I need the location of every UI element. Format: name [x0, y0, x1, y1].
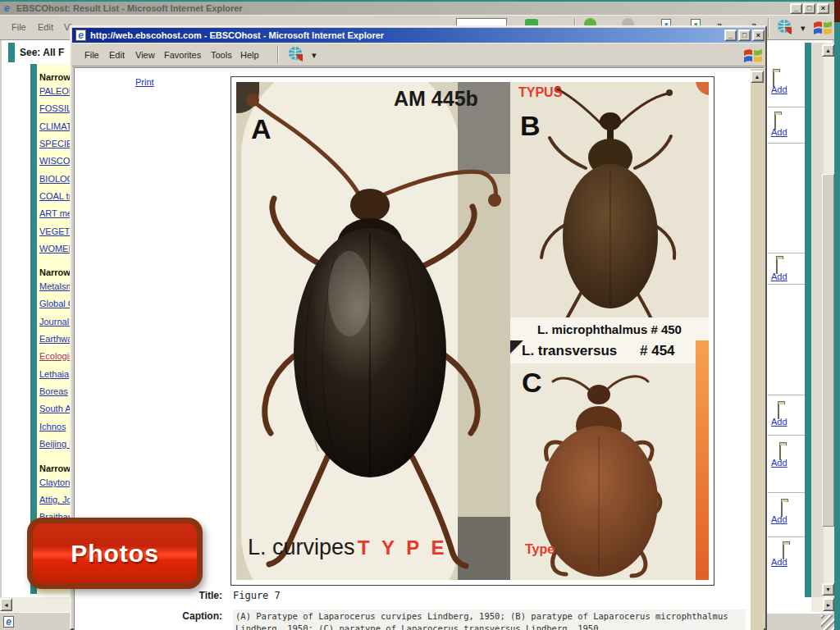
photos-button[interactable]: Photos [27, 518, 203, 589]
right-rail-accent-bar [805, 43, 811, 597]
add-to-folder-link[interactable]: Add [771, 127, 788, 137]
panel-a-letter: A [251, 113, 272, 145]
outer-menu-file[interactable]: File [11, 22, 26, 32]
row-separator [768, 395, 805, 395]
popup-close-button[interactable]: × [752, 30, 765, 41]
windows-logo-icon [813, 18, 833, 38]
sidebar-link-lethaia[interactable]: Lethaia [39, 369, 69, 379]
print-link[interactable]: Print [135, 77, 154, 87]
typus-label: TYPUS [518, 85, 562, 100]
see-header-accent [8, 43, 15, 62]
scroll-up-button[interactable]: ▲ [822, 44, 834, 57]
windows-logo-icon [743, 46, 763, 66]
photos-button-label: Photos [71, 540, 159, 568]
figure-panel-a: A AM 445b L. curvipes T Y P E [236, 82, 510, 580]
scroll-left-button[interactable]: ◄ [0, 598, 12, 611]
caption-label: Caption: [153, 610, 222, 622]
ie-page-icon: e [3, 616, 14, 628]
popup-titlebar[interactable]: e http://web.ebscohost.com - EBSCOhost -… [72, 28, 765, 43]
species-b-label: L. microphthalmus # 450 [537, 322, 682, 336]
add-to-folder-link[interactable]: Add [771, 514, 788, 524]
outer-menu-edit[interactable]: Edit [38, 22, 53, 32]
beetle-a-image [236, 82, 510, 580]
panel-b-letter: B [520, 110, 541, 142]
species-a-label: L. curvipes [248, 535, 355, 560]
menu-help[interactable]: Help [240, 50, 259, 60]
figure-collage: A AM 445b L. curvipes T Y P E [236, 82, 709, 580]
add-to-folder-link[interactable]: Add [771, 417, 788, 427]
outer-statusbar: e [0, 612, 70, 630]
row-separator [768, 492, 805, 493]
outer-window-title: EBSCOhost: Result List - Microsoft Inter… [16, 2, 243, 15]
popup-minimize-button[interactable]: _ [724, 30, 737, 41]
figure-panel-b: TYPUS B L. microphthalmus # 450 [510, 82, 709, 340]
figure-panel-c: L. transversus # 454 [510, 340, 709, 580]
sidebar-link-boreas[interactable]: Boreas [39, 386, 68, 396]
orange-stripe [696, 340, 709, 580]
scrollbar-thumb[interactable] [822, 174, 834, 527]
specimen-c-number: # 454 [640, 343, 675, 359]
adobe-pdf-icon[interactable] [776, 19, 794, 37]
menu-favorites[interactable]: Favorites [164, 50, 201, 60]
caption-value: (A) Paratype of Laparocerus curvipes Lin… [233, 609, 746, 630]
scroll-down-button[interactable]: ▼ [822, 583, 834, 596]
resize-grip[interactable] [821, 615, 834, 630]
toolbar-separator [768, 18, 769, 38]
row-separator [768, 253, 805, 253]
sidebar-link-ichnos[interactable]: Ichnos [39, 422, 66, 431]
add-to-folder-link[interactable]: Add [771, 458, 788, 468]
popup-window-title: http://web.ebscohost.com - EBSCOhost - M… [90, 29, 384, 42]
outer-titlebar[interactable]: e EBSCOhost: Result List - Microsoft Int… [0, 2, 834, 15]
popup-menubar: File Edit View Favorites Tools Help ▾ [72, 43, 765, 66]
row-separator [768, 284, 805, 285]
figure-box: A AM 445b L. curvipes T Y P E [231, 76, 714, 586]
title-label: Title: [153, 590, 222, 601]
popup-vscrollbar[interactable]: ▲ [751, 69, 764, 630]
outer-vscrollbar[interactable]: ▲ ▼ [824, 43, 834, 597]
outer-hscrollbar[interactable]: ◄ [0, 597, 70, 612]
see-header: See: All F [20, 47, 64, 58]
outer-minimize-button[interactable]: _ [790, 3, 802, 14]
panel-b-caption-strip: L. microphthalmus # 450 [510, 317, 709, 340]
ie-doc-icon: e [75, 30, 86, 41]
specimen-code-label: AM 445b [394, 87, 478, 111]
species-c-label: L. transversus [522, 343, 617, 359]
menubar-separator [277, 46, 279, 64]
popup-scroll-up-button[interactable]: ▲ [751, 71, 764, 83]
type-c-label: Type [525, 542, 555, 557]
adobe-pdf-icon[interactable] [287, 46, 305, 64]
menu-file[interactable]: File [84, 50, 99, 60]
menu-tools[interactable]: Tools [211, 50, 232, 60]
row-separator [768, 435, 805, 436]
menu-edit[interactable]: Edit [109, 50, 125, 60]
row-separator [768, 536, 805, 537]
add-to-folder-link[interactable]: Add [771, 272, 788, 281]
panel-c-letter: C [522, 367, 542, 399]
sidebar-accent-bar [30, 64, 37, 594]
outer-maximize-button[interactable]: □ [803, 3, 815, 14]
adobe-dropdown-icon[interactable]: ▾ [801, 23, 806, 34]
row-separator [768, 107, 805, 107]
outer-close-button[interactable]: × [817, 3, 829, 14]
slide-corner-accent [834, 0, 840, 22]
row-separator [768, 143, 805, 144]
photos-button-face: Photos [33, 523, 197, 583]
adobe-dropdown-icon[interactable]: ▾ [312, 50, 317, 61]
menu-view[interactable]: View [135, 50, 155, 60]
scroll-right-button[interactable]: ► [823, 598, 834, 611]
title-value: Figure 7 [233, 590, 281, 601]
popup-maximize-button[interactable]: □ [738, 30, 751, 41]
ie-logo-icon: e [4, 3, 10, 13]
add-to-folder-link[interactable]: Add [771, 84, 788, 94]
add-to-folder-link[interactable]: Add [771, 557, 788, 567]
type-a-label: T Y P E [358, 536, 447, 559]
